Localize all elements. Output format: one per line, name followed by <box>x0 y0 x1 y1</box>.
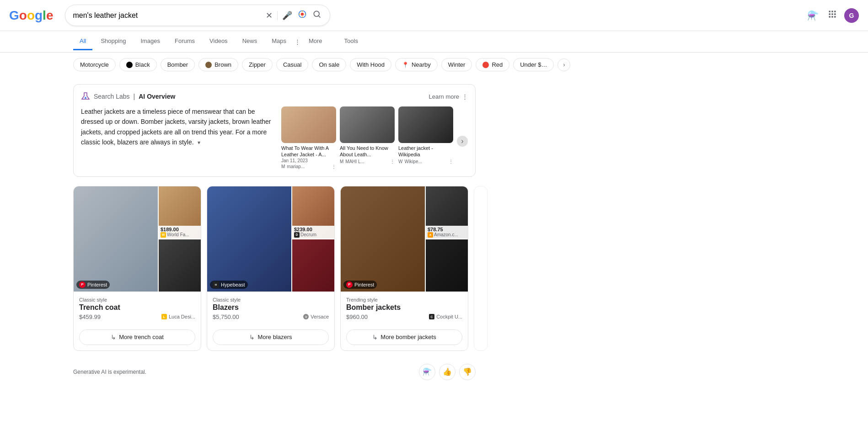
ai-card-more-icon-2[interactable]: ⋮ <box>390 159 395 164</box>
blazers-side-image-2[interactable] <box>292 239 334 292</box>
svg-rect-9 <box>834 13 836 15</box>
gen-ai-flask-button[interactable]: ⚗️ <box>419 364 435 380</box>
more-blazers-button[interactable]: ↳ More blazers <box>213 329 329 345</box>
clear-search-button[interactable]: ✕ <box>265 10 273 21</box>
amazon-icon: a <box>428 232 433 238</box>
bomber-side-image-2[interactable] <box>426 239 468 292</box>
voice-search-button[interactable]: 🎤 <box>281 10 293 21</box>
tab-maps[interactable]: Maps <box>265 33 293 50</box>
tab-more[interactable]: More <box>302 33 329 50</box>
versace-icon: V <box>303 314 309 319</box>
pinterest-badge: P Pinterest <box>76 281 110 289</box>
ai-article-card-1[interactable]: What To Wear With A Leather Jacket - A..… <box>281 106 336 169</box>
trench-coat-side-images: $189.00 W World Fa... <box>159 186 201 292</box>
bomber-price: $960.00 <box>346 313 368 320</box>
ai-overview-body: Leather jackets are a timeless piece of … <box>81 106 468 169</box>
header-right: ⚗️ G <box>805 8 859 23</box>
decrum-icon: D <box>294 232 300 238</box>
trench-coat-title: Trench coat <box>79 303 195 312</box>
svg-point-13 <box>85 97 86 99</box>
trench-coat-store: L Luca Desi... <box>161 314 195 319</box>
ai-learn-more[interactable]: Learn more ⋮ <box>429 93 468 100</box>
bomber-title: Bomber jackets <box>346 303 462 312</box>
search-submit-button[interactable] <box>311 9 322 22</box>
tab-all[interactable]: All <box>73 33 92 50</box>
labs-icon-button[interactable]: ⚗️ <box>805 8 820 23</box>
location-icon: 📍 <box>402 62 409 68</box>
thumbs-down-button[interactable]: 👎 <box>459 364 476 380</box>
search-input[interactable] <box>73 11 261 20</box>
bomber-side-image-1[interactable]: $78.75 a Amazon.c... <box>426 186 468 239</box>
tab-images[interactable]: Images <box>134 33 166 50</box>
bomber-main-image[interactable]: P Pinterest <box>341 186 425 292</box>
chip-bomber-label: Bomber <box>167 61 188 68</box>
chip-under[interactable]: Under $… <box>513 58 554 71</box>
ai-card-overflow[interactable]: › <box>457 106 468 169</box>
trench-coat-main-image[interactable]: P Pinterest <box>74 186 158 292</box>
bomber-side-store-1: a Amazon.c... <box>428 232 466 238</box>
tab-tools[interactable]: Tools <box>338 33 364 50</box>
more-bomber-button[interactable]: ↳ More bomber jackets <box>346 329 462 345</box>
ai-article-cards: What To Wear With A Leather Jacket - A..… <box>281 106 468 169</box>
chips-next-arrow[interactable]: › <box>557 58 570 71</box>
blazers-side-image-1[interactable]: $239.00 D Decrum <box>292 186 334 239</box>
svg-rect-12 <box>834 16 836 17</box>
chip-casual[interactable]: Casual <box>276 58 308 71</box>
chip-with-hood[interactable]: With Hood <box>350 58 391 71</box>
chip-bomber[interactable]: Bomber <box>161 58 195 71</box>
apps-grid-button[interactable] <box>826 8 839 23</box>
blazers-side-images: $239.00 D Decrum <box>292 186 334 292</box>
chip-nearby[interactable]: 📍 Nearby <box>395 58 438 71</box>
blazer-side-price-1: $239.00 <box>294 227 332 232</box>
ai-title-row: Search Labs | AI Overview <box>81 92 175 101</box>
svg-rect-8 <box>831 13 833 15</box>
thumbs-up-button[interactable]: 👍 <box>439 364 455 380</box>
blazers-main-image[interactable]: H Hypebeast <box>207 186 291 292</box>
chip-zipper[interactable]: Zipper <box>242 58 273 71</box>
bomber-images: P Pinterest $78.75 a Amazon.c... <box>341 186 468 292</box>
more-trench-coat-button[interactable]: ↳ More trench coat <box>79 329 195 345</box>
product-card-bomber: P Pinterest $78.75 a Amazon.c... <box>340 186 468 351</box>
header: Google ✕ 🎤 ⚗️ G <box>0 0 868 31</box>
chip-motorcycle[interactable]: Motorcycle <box>73 58 116 71</box>
ai-overview-header: Search Labs | AI Overview Learn more ⋮ <box>81 92 468 101</box>
tab-forums[interactable]: Forums <box>168 33 201 50</box>
bomber-store: C Cockpit U... <box>429 314 462 319</box>
ai-article-card-2[interactable]: All You Need to Know About Leath... M MA… <box>340 106 395 169</box>
ai-card-source-icon-3: W <box>398 159 402 164</box>
svg-rect-10 <box>829 16 830 17</box>
pinterest-badge-2: P Pinterest <box>343 281 377 289</box>
ai-card-title-1: What To Wear With A Leather Jacket - A..… <box>281 145 336 158</box>
chip-under-label: Under $… <box>520 61 547 68</box>
ai-card-source-3: W Wikipe... ⋮ <box>398 159 453 164</box>
pinterest-icon: P <box>79 281 86 288</box>
tab-shopping[interactable]: Shopping <box>94 33 132 50</box>
ai-expand-button[interactable]: ▾ <box>198 139 200 146</box>
ai-card-more-icon-3[interactable]: ⋮ <box>449 159 453 164</box>
gen-ai-actions: ⚗️ 👍 👎 <box>419 364 476 380</box>
ai-card-image-2 <box>340 106 395 143</box>
trench-coat-side-image-1[interactable]: $189.00 W World Fa... <box>159 186 201 239</box>
ai-search-labs-label: Search Labs <box>94 93 130 100</box>
chip-winter[interactable]: Winter <box>441 58 472 71</box>
chip-red[interactable]: Red <box>476 58 509 71</box>
main-content: Search Labs | AI Overview Learn more ⋮ L… <box>0 77 549 391</box>
gen-ai-footer: Generative AI is experimental. ⚗️ 👍 👎 <box>73 360 476 384</box>
chip-on-sale[interactable]: On sale <box>312 58 346 71</box>
tab-videos[interactable]: Videos <box>203 33 234 50</box>
tab-news[interactable]: News <box>236 33 264 50</box>
chip-on-sale-label: On sale <box>319 61 339 68</box>
ai-card-more-icon-1[interactable]: ⋮ <box>332 164 336 169</box>
chip-brown[interactable]: Brown <box>198 58 238 71</box>
avatar[interactable]: G <box>844 8 859 23</box>
chip-brown-label: Brown <box>214 61 231 68</box>
search-bar: ✕ 🎤 <box>65 5 330 26</box>
product-card-overflow <box>474 186 488 351</box>
ai-card-source-2: M MAHI L... ⋮ <box>340 159 395 164</box>
chip-black[interactable]: Black <box>119 58 157 71</box>
blazers-style-label: Classic style <box>213 297 329 303</box>
ai-article-card-3[interactable]: Leather jacket - Wikipedia W Wikipe... ⋮ <box>398 106 453 169</box>
ai-card-source-1: M mariap... ⋮ <box>281 164 336 169</box>
image-search-button[interactable] <box>297 9 308 22</box>
trench-coat-side-image-2[interactable] <box>159 239 201 292</box>
